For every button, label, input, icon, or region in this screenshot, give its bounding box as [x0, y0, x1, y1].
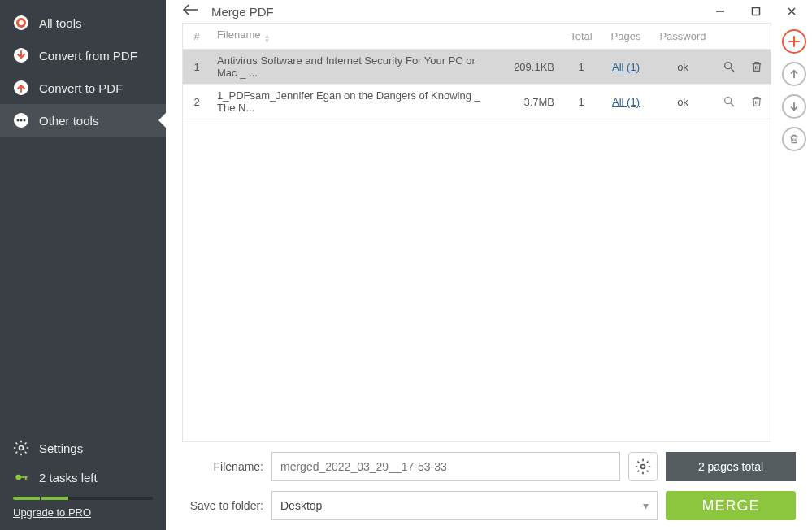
row-total: 1	[561, 85, 601, 119]
arrow-up-circle-icon	[13, 80, 29, 96]
sidebar-tasks-left[interactable]: 2 tasks left	[0, 463, 166, 492]
col-header-total[interactable]: Total	[561, 24, 601, 50]
col-header-pages[interactable]: Pages	[601, 24, 650, 50]
svg-point-7	[20, 119, 23, 122]
target-icon	[13, 15, 29, 31]
sidebar-item-convert-to-pdf[interactable]: Convert to PDF	[0, 72, 166, 104]
row-num: 1	[183, 50, 211, 85]
svg-point-6	[17, 119, 20, 122]
svg-point-19	[641, 465, 645, 469]
merge-button[interactable]: MERGE	[666, 491, 796, 520]
sidebar-item-label: Convert from PDF	[39, 49, 137, 63]
row-password: ok	[650, 85, 715, 119]
row-pages-link[interactable]: All (1)	[612, 96, 640, 108]
key-icon	[13, 469, 29, 485]
row-total: 1	[561, 50, 601, 85]
sort-icon: ▲▼	[263, 34, 270, 44]
move-down-button[interactable]	[782, 94, 806, 119]
savefolder-label: Save to folder:	[182, 499, 263, 512]
titlebar: Merge PDF	[166, 0, 812, 23]
svg-rect-12	[25, 476, 27, 480]
savefolder-value: Desktop	[280, 499, 322, 512]
col-header-filename[interactable]: Filename▲▼	[211, 24, 496, 50]
sidebar-settings-label: Settings	[39, 441, 83, 455]
savefolder-select[interactable]: Desktop ▾	[271, 491, 658, 520]
row-pages-link[interactable]: All (1)	[612, 61, 640, 73]
sidebar-bottom: Settings 2 tasks left Upgrade to PRO	[0, 428, 166, 530]
delete-row-button[interactable]	[750, 95, 763, 107]
dots-circle-icon	[13, 112, 29, 128]
maximize-button[interactable]	[742, 0, 770, 23]
row-num: 2	[183, 85, 211, 119]
delete-row-button[interactable]	[750, 60, 763, 72]
upgrade-section: Upgrade to PRO	[0, 497, 166, 519]
table-row[interactable]: 2 1_PDFsam_Jennifer Egan on the Dangers …	[183, 85, 771, 119]
chevron-down-icon: ▾	[643, 499, 649, 512]
col-header-size	[496, 24, 561, 50]
filename-input[interactable]	[271, 452, 620, 481]
sidebar-item-label: Convert to PDF	[39, 81, 123, 95]
tasks-bar	[13, 497, 153, 500]
preview-button[interactable]	[723, 95, 736, 107]
svg-point-15	[725, 63, 732, 69]
savefolder-row: Save to folder: Desktop ▾ MERGE	[182, 491, 796, 520]
table-row[interactable]: 1 Antivirus Software and Internet Securi…	[183, 50, 771, 85]
table-scroll[interactable]: # Filename▲▼ Total Pages Password 1 Anti…	[182, 23, 771, 442]
window-controls	[706, 0, 805, 23]
gear-icon	[13, 440, 29, 456]
arrow-down-circle-icon	[13, 47, 29, 63]
content: # Filename▲▼ Total Pages Password 1 Anti…	[166, 23, 812, 442]
row-size: 209.1KB	[496, 50, 561, 85]
page-title: Merge PDF	[211, 5, 274, 19]
sidebar-item-label: Other tools	[39, 114, 98, 128]
row-filename: 1_PDFsam_Jennifer Egan on the Dangers of…	[211, 85, 496, 119]
upgrade-link[interactable]: Upgrade to PRO	[13, 506, 91, 519]
close-button[interactable]	[778, 0, 805, 23]
filename-row: Filename: 2 pages total	[182, 452, 796, 481]
main-panel: Merge PDF # Filename▲▼ Total Pages Passw…	[166, 0, 812, 530]
sidebar-item-label: All tools	[39, 16, 82, 30]
row-password: ok	[650, 50, 715, 85]
files-table: # Filename▲▼ Total Pages Password 1 Anti…	[183, 24, 771, 119]
sidebar-item-all-tools[interactable]: All tools	[0, 7, 166, 39]
sidebar-nav: All tools Convert from PDF Convert to PD…	[0, 0, 166, 428]
svg-point-9	[20, 446, 24, 450]
minimize-button[interactable]	[706, 0, 734, 23]
clear-all-button[interactable]	[782, 127, 806, 151]
svg-point-2	[19, 20, 24, 25]
filename-settings-button[interactable]	[628, 452, 658, 481]
col-header-num[interactable]: #	[183, 24, 211, 50]
move-up-button[interactable]	[782, 62, 806, 86]
sidebar-settings[interactable]: Settings	[0, 433, 166, 463]
pages-total-badge: 2 pages total	[666, 452, 796, 481]
action-column	[776, 23, 812, 442]
back-button[interactable]	[182, 3, 206, 20]
file-list: # Filename▲▼ Total Pages Password 1 Anti…	[166, 23, 776, 442]
svg-rect-14	[753, 8, 760, 15]
sidebar-item-other-tools[interactable]: Other tools	[0, 104, 166, 137]
bottom-form: Filename: 2 pages total Save to folder: …	[166, 442, 812, 530]
svg-point-17	[725, 98, 732, 104]
col-header-password[interactable]: Password	[650, 24, 715, 50]
preview-button[interactable]	[723, 60, 736, 72]
row-filename: Antivirus Software and Internet Security…	[211, 50, 496, 85]
svg-line-16	[731, 68, 734, 72]
row-size: 3.7MB	[496, 85, 561, 119]
filename-label: Filename:	[182, 460, 263, 473]
svg-point-8	[24, 119, 26, 122]
sidebar-tasks-label: 2 tasks left	[39, 471, 98, 484]
add-file-button[interactable]	[782, 29, 806, 54]
svg-line-18	[731, 103, 734, 106]
sidebar-item-convert-from-pdf[interactable]: Convert from PDF	[0, 39, 166, 72]
sidebar: All tools Convert from PDF Convert to PD…	[0, 0, 166, 530]
